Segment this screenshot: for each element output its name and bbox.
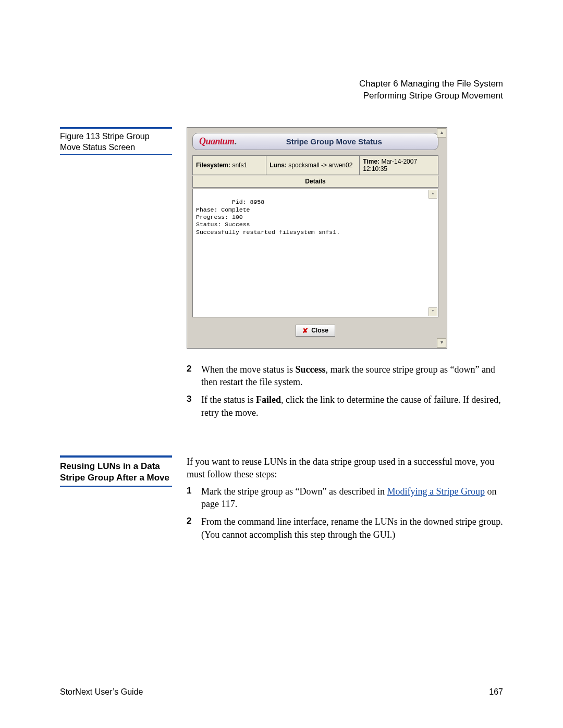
step-number: 1 [187,485,196,511]
time-label: Time: [363,158,380,165]
close-x-icon: ✘ [302,327,308,335]
scroll-up-icon[interactable]: ▴ [437,128,446,138]
section-intro: If you want to reuse LUNs in the data st… [187,455,503,481]
details-header: Details [192,176,438,188]
details-scroll-down-icon[interactable]: ▾ [429,307,437,316]
close-button[interactable]: ✘ Close [296,325,335,337]
step-text: Mark the stripe group as “Down” as descr… [201,485,503,511]
luns-value: spocksmall -> arwen02 [288,162,352,169]
filesystem-value: snfs1 [232,162,247,169]
page-header: Chapter 6 Managing the File System Perfo… [60,78,503,102]
details-textarea[interactable]: Pid: 8958 Phase: Complete Progress: 100 … [192,189,438,317]
step-number: 3 [187,393,196,419]
footer-page-number: 167 [489,687,503,697]
footer-guide-name: StorNext User’s Guide [60,687,143,697]
details-scroll-up-icon[interactable]: ▴ [429,190,437,199]
step-number: 2 [187,515,196,541]
header-line1: Chapter 6 Managing the File System [60,78,503,90]
quantum-logo: Quantum. [199,136,237,147]
info-table: Filesystem: snfs1 Luns: spocksmall -> ar… [192,155,438,175]
step-number: 2 [187,363,196,389]
step-text: If the status is Failed, click the link … [201,393,503,419]
header-line2: Performing Stripe Group Movement [60,90,503,102]
details-text: Pid: 8958 Phase: Complete Progress: 100 … [196,199,340,236]
filesystem-label: Filesystem: [196,162,230,169]
step-text: From the command line interface, rename … [201,515,503,541]
close-button-label: Close [311,327,328,334]
page-footer: StorNext User’s Guide 167 [60,687,503,697]
luns-label: Luns: [270,162,287,169]
scroll-down-icon[interactable]: ▾ [437,338,446,348]
modifying-stripe-group-link[interactable]: Modifying a Stripe Group [387,486,484,497]
section-heading: Reusing LUNs in a Data Stripe Group Afte… [60,455,172,487]
step-text: When the move status is Success, mark th… [201,363,503,389]
figure-caption: Figure 113 Stripe Group Move Status Scre… [60,127,172,155]
window-title: Stripe Group Move Status [237,137,432,146]
status-window: ▴ ▾ Quantum. Stripe Group Move Status Fi… [187,127,447,349]
title-bar: Quantum. Stripe Group Move Status [192,133,438,150]
